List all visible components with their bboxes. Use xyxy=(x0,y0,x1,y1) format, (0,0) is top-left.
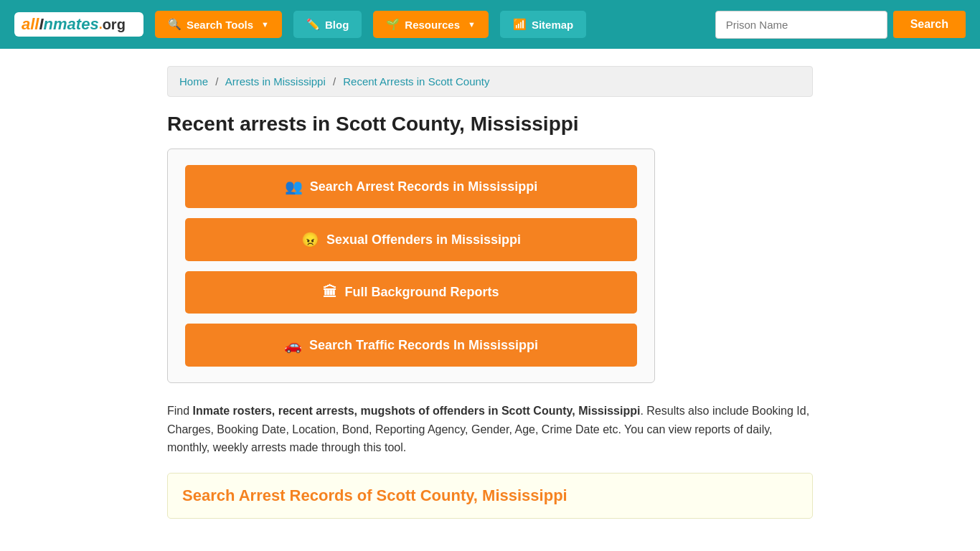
description-bold: Inmate rosters, recent arrests, mugshots… xyxy=(193,405,641,417)
header-search-label: Search xyxy=(910,18,948,30)
resources-button[interactable]: Resources ▼ xyxy=(373,11,489,38)
blog-button[interactable]: Blog xyxy=(293,11,362,38)
section-card-title: Search Arrest Records of Scott County, M… xyxy=(182,486,798,505)
building-icon: 🏛 xyxy=(323,284,337,301)
header-search-button[interactable]: Search xyxy=(893,11,966,38)
search-arrests-label: Search Arrest Records in Mississippi xyxy=(310,179,537,194)
sexual-offenders-button[interactable]: 😠 Sexual Offenders in Mississippi xyxy=(185,218,637,261)
breadcrumb-sep-2: / xyxy=(333,75,336,88)
resources-label: Resources xyxy=(405,19,460,31)
people-icon: 👥 xyxy=(285,178,303,195)
background-reports-label: Full Background Reports xyxy=(344,285,499,300)
sitemap-icon xyxy=(513,18,527,31)
background-reports-button[interactable]: 🏛 Full Background Reports xyxy=(185,271,637,314)
description-prefix: Find xyxy=(167,405,193,417)
sitemap-button[interactable]: Sitemap xyxy=(500,11,586,38)
breadcrumb: Home / Arrests in Mississippi / Recent A… xyxy=(167,66,813,97)
site-logo[interactable]: allInmates.org xyxy=(14,12,143,37)
breadcrumb-home[interactable]: Home xyxy=(179,75,208,88)
angry-icon: 😠 xyxy=(301,231,319,248)
blog-label: Blog xyxy=(325,19,349,31)
header-search: Search xyxy=(715,11,966,39)
search-tools-button[interactable]: Search Tools ▼ xyxy=(155,11,282,38)
traffic-records-label: Search Traffic Records In Mississippi xyxy=(309,338,538,353)
breadcrumb-current: Recent Arrests in Scott County xyxy=(343,75,489,88)
section-card: Search Arrest Records of Scott County, M… xyxy=(167,473,813,519)
traffic-records-button[interactable]: 🚗 Search Traffic Records In Mississippi xyxy=(185,324,637,367)
breadcrumb-level2[interactable]: Arrests in Mississippi xyxy=(225,75,326,88)
sitemap-label: Sitemap xyxy=(532,19,573,31)
chevron-down-icon: ▼ xyxy=(261,20,269,29)
logo-all: all xyxy=(22,15,39,34)
resources-icon xyxy=(386,18,400,31)
description-text: Find Inmate rosters, recent arrests, mug… xyxy=(167,402,813,457)
logo-nmates: nmates xyxy=(44,15,99,34)
action-buttons-container: 👥 Search Arrest Records in Mississippi 😠… xyxy=(167,149,655,383)
search-icon xyxy=(168,18,182,31)
search-arrests-button[interactable]: 👥 Search Arrest Records in Mississippi xyxy=(185,165,637,208)
car-icon: 🚗 xyxy=(284,336,302,354)
blog-icon xyxy=(306,18,320,31)
site-header: allInmates.org Search Tools ▼ Blog Resou… xyxy=(0,0,980,49)
logo-org: org xyxy=(103,17,126,33)
page-title: Recent arrests in Scott County, Mississi… xyxy=(167,113,813,136)
sexual-offenders-label: Sexual Offenders in Mississippi xyxy=(326,232,521,248)
search-tools-label: Search Tools xyxy=(187,19,253,31)
main-content: Home / Arrests in Mississippi / Recent A… xyxy=(153,49,827,536)
prison-name-input[interactable] xyxy=(715,11,887,39)
breadcrumb-sep-1: / xyxy=(215,75,218,88)
chevron-down-icon: ▼ xyxy=(468,20,476,29)
